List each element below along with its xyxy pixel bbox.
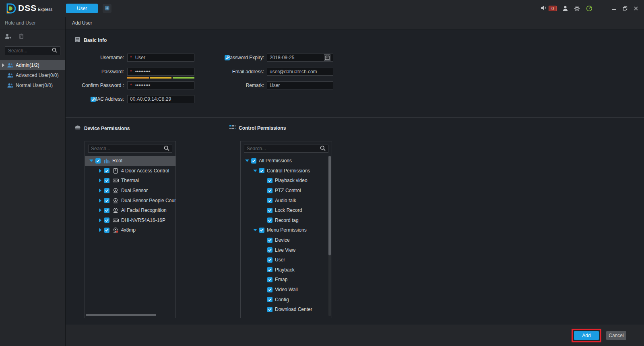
expand-arrow-icon[interactable]: [96, 189, 104, 193]
checkbox-checked[interactable]: [104, 178, 109, 183]
expand-arrow-icon[interactable]: [96, 208, 104, 212]
expand-arrow-icon[interactable]: [251, 170, 259, 172]
checkbox-checked[interactable]: [267, 277, 272, 282]
checkbox-checked[interactable]: [267, 178, 272, 183]
device-tree-item[interactable]: Dual Sensor: [85, 186, 175, 196]
checkbox-checked[interactable]: [267, 257, 272, 263]
minimize-button[interactable]: [612, 6, 617, 11]
add-button[interactable]: Add: [574, 331, 599, 340]
device-tree-item[interactable]: Dual Sensor People Counting: [85, 195, 175, 205]
password-input[interactable]: * •••••••••: [127, 68, 194, 76]
expand-arrow-icon[interactable]: [96, 228, 104, 232]
page-title: Add User: [66, 17, 644, 29]
confirm-password-input[interactable]: * •••••••••: [127, 81, 194, 89]
calendar-icon[interactable]: [324, 54, 330, 61]
role-tree-item[interactable]: Normal User(0/0): [0, 80, 65, 90]
checkbox-checked[interactable]: [267, 267, 272, 272]
control-tree-item[interactable]: Playback: [241, 265, 332, 275]
remark-input[interactable]: User: [267, 81, 333, 89]
username-value: User: [135, 55, 145, 60]
horizontal-scrollbar[interactable]: [86, 314, 171, 316]
new-tab-button[interactable]: [103, 4, 111, 13]
checkbox-checked[interactable]: [104, 218, 109, 223]
tree-node-label: Config: [275, 297, 289, 302]
checkbox-checked[interactable]: [104, 188, 109, 193]
user-account-icon[interactable]: [563, 6, 568, 11]
control-tree-item[interactable]: Download Center: [241, 305, 332, 315]
control-tree-item[interactable]: All Permissions: [241, 156, 332, 166]
checkbox-checked[interactable]: [259, 168, 264, 173]
control-tree-item[interactable]: Device: [241, 235, 332, 245]
device-tree-item[interactable]: Root: [85, 156, 175, 166]
checkbox-checked[interactable]: [104, 228, 109, 233]
expand-arrow-icon[interactable]: [243, 160, 251, 162]
tab-user[interactable]: User: [66, 4, 98, 13]
restore-button[interactable]: [623, 6, 627, 11]
device-tree-item[interactable]: 4 Door Access Control: [85, 166, 175, 176]
control-tree-item[interactable]: Playback video: [241, 176, 332, 186]
scrollbar-thumb[interactable]: [328, 156, 331, 255]
control-tree-item[interactable]: Emap: [241, 275, 332, 285]
door-icon: [112, 168, 119, 174]
email-input[interactable]: user@dahuatech.com: [267, 68, 333, 76]
expand-arrow-icon[interactable]: [96, 169, 104, 173]
password-expiry-input[interactable]: 2018-09-25: [267, 54, 333, 62]
control-search-input[interactable]: [247, 146, 320, 151]
checkbox-checked[interactable]: [267, 307, 272, 312]
checkbox-checked[interactable]: [267, 297, 272, 302]
sidebar-search-input[interactable]: [8, 48, 52, 54]
checkbox-checked[interactable]: [104, 198, 109, 203]
control-tree-item[interactable]: Menu Permissions: [241, 225, 332, 235]
control-tree-item[interactable]: User: [241, 255, 332, 265]
control-tree-item[interactable]: Lock Record: [241, 205, 332, 215]
expand-arrow-icon[interactable]: [96, 218, 104, 222]
control-tree-item[interactable]: Video Wall: [241, 285, 332, 295]
device-tree-item[interactable]: DHI-NVR54A16-16P: [85, 215, 175, 226]
control-tree-item[interactable]: Control Permissions: [241, 166, 332, 176]
device-search: [88, 145, 172, 153]
checkbox-checked[interactable]: [267, 218, 272, 223]
vertical-scrollbar[interactable]: [328, 156, 331, 316]
checkbox-checked[interactable]: [267, 287, 272, 292]
checkbox-checked[interactable]: [267, 188, 272, 193]
delete-trash-icon[interactable]: [19, 33, 24, 40]
password-strength-segment: [150, 77, 172, 79]
tree-node-label: Menu Permissions: [267, 227, 307, 233]
tree-node-label: Thermal: [121, 178, 139, 183]
username-input[interactable]: * User: [127, 54, 194, 62]
control-tree-item[interactable]: Record tag: [241, 215, 332, 226]
cancel-button[interactable]: Cancel: [606, 331, 626, 340]
control-tree-item[interactable]: PTZ Control: [241, 186, 332, 196]
checkbox-checked[interactable]: [104, 168, 109, 173]
role-tree-item[interactable]: Admin(1/2): [0, 60, 65, 70]
checkbox-checked[interactable]: [267, 247, 272, 253]
device-search-input[interactable]: [91, 146, 164, 151]
role-tree-item[interactable]: Advanced User(0/0): [0, 70, 65, 80]
checkbox-checked[interactable]: [251, 158, 256, 164]
device-tree-item[interactable]: 4x8mp: [85, 225, 175, 235]
expand-arrow-icon[interactable]: [96, 178, 104, 182]
checkbox-checked[interactable]: [267, 238, 272, 243]
control-tree-item[interactable]: Live View: [241, 245, 332, 255]
control-tree-item[interactable]: Config: [241, 294, 332, 305]
system-health-icon[interactable]: [586, 5, 592, 12]
main-area: Add User Basic Info Username: * User Pas…: [66, 17, 644, 346]
device-tree-item[interactable]: Ai Facial Recognition: [85, 205, 175, 215]
alarm-center-button[interactable]: 0: [541, 5, 557, 12]
device-tree-item[interactable]: Thermal: [85, 176, 175, 186]
checkbox-checked[interactable]: [267, 198, 272, 203]
expand-arrow-icon[interactable]: [251, 229, 259, 231]
expand-arrow-icon[interactable]: [0, 63, 6, 67]
control-tree-item[interactable]: Audio talk: [241, 195, 332, 205]
checkbox-checked[interactable]: [267, 208, 272, 213]
expand-arrow-icon[interactable]: [96, 199, 104, 203]
mac-address-input[interactable]: 00:A0:C9:14:C8:29: [127, 95, 194, 103]
scrollbar-thumb[interactable]: [86, 314, 156, 316]
add-role-user-icon[interactable]: [5, 33, 12, 40]
checkbox-checked[interactable]: [259, 228, 264, 233]
close-button[interactable]: [634, 6, 638, 11]
checkbox-checked[interactable]: [95, 158, 101, 164]
expand-arrow-icon[interactable]: [87, 160, 95, 162]
checkbox-checked[interactable]: [104, 208, 109, 213]
settings-gear-icon[interactable]: [574, 6, 580, 12]
